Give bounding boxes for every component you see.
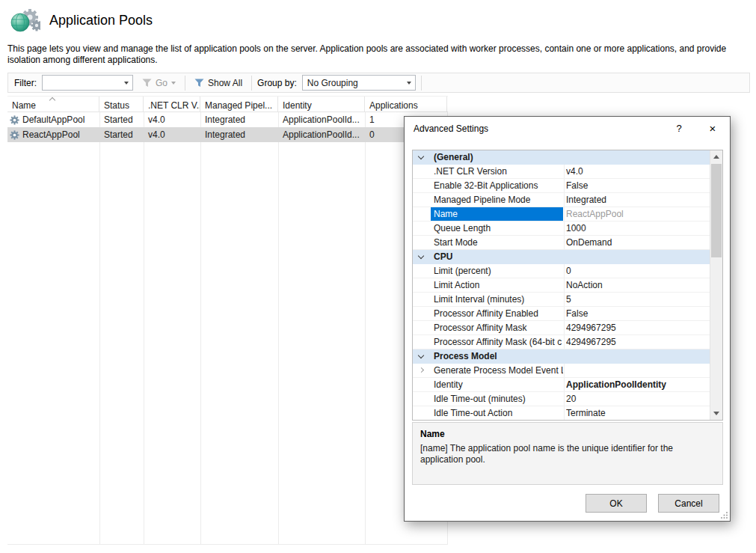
dialog-title: Advanced Settings xyxy=(414,123,488,134)
settings-row[interactable]: Generate Process Model Event L xyxy=(413,364,710,378)
filter-funnel-icon xyxy=(142,79,152,88)
setting-name: Name xyxy=(431,207,563,221)
go-button[interactable]: Go xyxy=(138,75,179,91)
setting-value[interactable]: 1000 xyxy=(566,221,709,235)
group-by-label: Group by: xyxy=(257,78,297,88)
scrollbar-thumb[interactable] xyxy=(711,164,722,257)
setting-value[interactable]: 20 xyxy=(566,392,709,406)
settings-row[interactable]: Limit Interval (minutes) 5 xyxy=(413,293,710,307)
settings-row[interactable]: Managed Pipeline Mode Integrated xyxy=(413,193,710,207)
chevron-down-icon xyxy=(171,82,176,85)
settings-row[interactable]: Processor Affinity Mask (64-bit c 429496… xyxy=(413,335,710,349)
setting-name: CPU xyxy=(431,250,563,263)
cell-identity: ApplicationPoolId... xyxy=(278,127,365,142)
settings-row[interactable]: Queue Length 1000 xyxy=(413,221,710,236)
group-by-select[interactable]: No Grouping xyxy=(302,75,416,91)
setting-value[interactable]: 5 xyxy=(566,293,709,306)
scroll-up-button[interactable] xyxy=(710,150,722,163)
settings-row[interactable]: Process Model xyxy=(413,349,710,364)
setting-name: .NET CLR Version xyxy=(431,165,563,178)
setting-value[interactable]: False xyxy=(566,179,709,192)
filter-input[interactable] xyxy=(42,75,133,91)
dialog-help-button[interactable]: ? xyxy=(667,117,691,138)
setting-value[interactable]: 4294967295 xyxy=(566,335,709,349)
column-header[interactable]: Identity xyxy=(278,97,365,111)
settings-row[interactable]: Processor Affinity Mask 4294967295 xyxy=(413,321,710,335)
settings-row[interactable]: Identity ApplicationPoolIdentity xyxy=(413,378,710,392)
settings-row[interactable]: Start Mode OnDemand xyxy=(413,236,710,250)
toolbar: Filter: Go Show All Group by: No Groupin… xyxy=(7,73,750,93)
column-header[interactable]: Applications xyxy=(365,97,447,111)
app-pool-row[interactable]: DefaultAppPool Started v4.0 Integrated A… xyxy=(7,112,448,127)
collapse-section-icon[interactable] xyxy=(418,253,424,259)
show-all-label: Show All xyxy=(208,78,242,88)
show-all-button[interactable]: Show All xyxy=(191,75,246,91)
expand-row-icon[interactable] xyxy=(419,367,424,373)
grid-scrollbar[interactable] xyxy=(710,150,722,420)
setting-name: Managed Pipeline Mode xyxy=(431,193,563,207)
setting-value[interactable]: Terminate xyxy=(566,406,709,420)
setting-name: (General) xyxy=(431,150,563,164)
dialog-close-button[interactable]: × xyxy=(696,117,729,138)
column-gridline xyxy=(278,96,279,544)
setting-value[interactable]: NoAction xyxy=(566,278,709,292)
setting-value[interactable]: 4294967295 xyxy=(566,321,709,334)
setting-value[interactable] xyxy=(566,250,709,263)
cell-status: Started xyxy=(99,112,144,127)
ok-button[interactable]: OK xyxy=(586,494,647,513)
column-header[interactable]: Status xyxy=(99,97,144,111)
setting-name: Idle Time-out (minutes) xyxy=(431,392,563,406)
page-header: Application Pools xyxy=(10,7,153,33)
settings-row[interactable]: CPU xyxy=(413,250,710,264)
setting-value[interactable]: ReactAppPool xyxy=(566,207,709,221)
cell-clr-version: v4.0 xyxy=(144,112,200,127)
settings-row[interactable]: Idle Time-out (minutes) 20 xyxy=(413,392,710,406)
app-pool-name: DefaultAppPool xyxy=(22,112,84,127)
scroll-down-button[interactable] xyxy=(710,407,722,420)
chevron-down-icon xyxy=(407,82,411,85)
table-header-row: Name Status .NET CLR V... Managed Pipel.… xyxy=(7,96,448,112)
resize-grip[interactable] xyxy=(719,510,728,519)
column-header[interactable]: Name xyxy=(7,97,99,111)
settings-row[interactable]: Limit Action NoAction xyxy=(413,278,710,293)
setting-name: Processor Affinity Mask xyxy=(431,321,563,334)
app-pool-row[interactable]: ReactAppPool Started v4.0 Integrated App… xyxy=(7,127,448,142)
setting-value[interactable] xyxy=(566,364,709,377)
app-pools-list: Name Status .NET CLR V... Managed Pipel.… xyxy=(7,96,448,545)
setting-value[interactable]: ApplicationPoolIdentity xyxy=(566,378,709,391)
setting-name: Identity xyxy=(431,378,563,391)
setting-value[interactable]: 0 xyxy=(566,264,709,278)
setting-value[interactable]: OnDemand xyxy=(566,236,709,249)
column-header[interactable]: .NET CLR V... xyxy=(144,97,200,111)
collapse-section-icon[interactable] xyxy=(418,153,424,159)
setting-value[interactable] xyxy=(566,349,709,363)
settings-row[interactable]: Processor Affinity Enabled False xyxy=(413,307,710,321)
collapse-section-icon[interactable] xyxy=(418,352,424,358)
setting-value[interactable]: Integrated xyxy=(566,193,709,207)
dialog-titlebar[interactable]: Advanced Settings ? × xyxy=(405,117,730,139)
setting-name: Limit Interval (minutes) xyxy=(431,293,563,306)
triangle-down-icon xyxy=(713,412,719,415)
setting-name: Processor Affinity Mask (64-bit c xyxy=(431,335,563,349)
column-header-label: Managed Pipel... xyxy=(205,100,272,111)
cell-identity: ApplicationPoolId... xyxy=(278,112,365,127)
setting-value[interactable]: v4.0 xyxy=(566,165,709,178)
cancel-button[interactable]: Cancel xyxy=(658,494,719,513)
setting-value[interactable]: False xyxy=(566,307,709,320)
settings-row[interactable]: Name ReactAppPool xyxy=(413,207,710,221)
column-gridline xyxy=(99,96,100,544)
settings-row[interactable]: .NET CLR Version v4.0 xyxy=(413,165,710,179)
group-by-value: No Grouping xyxy=(307,78,358,88)
sort-ascending-icon xyxy=(49,97,55,103)
column-header-label: Status xyxy=(104,100,129,111)
setting-value[interactable] xyxy=(566,150,709,164)
column-header[interactable]: Managed Pipel... xyxy=(200,97,278,111)
settings-row[interactable]: Idle Time-out Action Terminate xyxy=(413,406,710,421)
settings-row[interactable]: Limit (percent) 0 xyxy=(413,264,710,278)
setting-name: Limit (percent) xyxy=(431,264,563,278)
settings-row[interactable]: Enable 32-Bit Applications False xyxy=(413,179,710,193)
setting-description-panel: Name [name] The application pool name is… xyxy=(412,422,723,485)
settings-row[interactable]: (General) xyxy=(413,150,710,165)
advanced-settings-dialog: Advanced Settings ? × (General) .NET CLR… xyxy=(404,116,731,522)
column-header-label: Identity xyxy=(283,100,312,111)
